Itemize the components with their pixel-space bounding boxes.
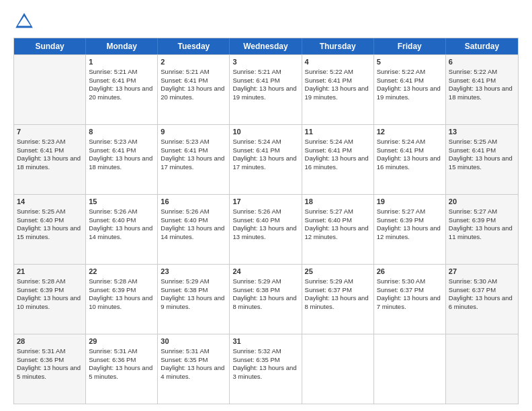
cal-cell: 6Sunrise: 5:22 AM Sunset: 6:41 PM Daylig… bbox=[446, 55, 518, 124]
cell-date: 3 bbox=[232, 57, 298, 67]
cal-cell: 9Sunrise: 5:23 AM Sunset: 6:41 PM Daylig… bbox=[158, 125, 230, 194]
cell-date: 18 bbox=[305, 197, 371, 207]
cell-date: 24 bbox=[232, 267, 298, 277]
week-row-4: 21Sunrise: 5:28 AM Sunset: 6:39 PM Dayli… bbox=[14, 264, 518, 334]
calendar-body: 1Sunrise: 5:21 AM Sunset: 6:41 PM Daylig… bbox=[14, 54, 518, 404]
logo-icon bbox=[13, 11, 35, 32]
cell-date: 29 bbox=[89, 336, 154, 347]
cal-cell: 4Sunrise: 5:22 AM Sunset: 6:41 PM Daylig… bbox=[302, 55, 374, 124]
day-header-wednesday: Wednesday bbox=[230, 38, 302, 54]
cell-info: Sunrise: 5:29 AM Sunset: 6:38 PM Dayligh… bbox=[232, 277, 296, 310]
cal-cell: 29Sunrise: 5:31 AM Sunset: 6:36 PM Dayli… bbox=[86, 334, 158, 404]
calendar: SundayMondayTuesdayWednesdayThursdayFrid… bbox=[13, 38, 519, 404]
cell-info: Sunrise: 5:31 AM Sunset: 6:36 PM Dayligh… bbox=[17, 347, 81, 380]
cell-info: Sunrise: 5:25 AM Sunset: 6:40 PM Dayligh… bbox=[17, 208, 81, 240]
cell-date: 27 bbox=[449, 267, 515, 277]
cell-date: 22 bbox=[89, 267, 154, 277]
cal-cell: 12Sunrise: 5:24 AM Sunset: 6:41 PM Dayli… bbox=[374, 125, 446, 194]
cal-cell: 16Sunrise: 5:26 AM Sunset: 6:40 PM Dayli… bbox=[158, 195, 230, 264]
cell-date: 17 bbox=[232, 197, 298, 207]
cell-info: Sunrise: 5:25 AM Sunset: 6:41 PM Dayligh… bbox=[449, 138, 513, 171]
week-row-2: 7Sunrise: 5:23 AM Sunset: 6:41 PM Daylig… bbox=[14, 124, 518, 194]
cal-cell: 23Sunrise: 5:29 AM Sunset: 6:38 PM Dayli… bbox=[158, 265, 230, 334]
cell-info: Sunrise: 5:29 AM Sunset: 6:38 PM Dayligh… bbox=[161, 277, 224, 310]
calendar-header: SundayMondayTuesdayWednesdayThursdayFrid… bbox=[14, 38, 518, 54]
cell-info: Sunrise: 5:31 AM Sunset: 6:35 PM Dayligh… bbox=[161, 347, 224, 380]
cell-date: 4 bbox=[305, 57, 371, 67]
cal-cell: 8Sunrise: 5:23 AM Sunset: 6:41 PM Daylig… bbox=[86, 125, 158, 194]
cell-info: Sunrise: 5:26 AM Sunset: 6:40 PM Dayligh… bbox=[89, 208, 152, 240]
logo bbox=[13, 11, 38, 32]
cell-info: Sunrise: 5:22 AM Sunset: 6:41 PM Dayligh… bbox=[377, 68, 441, 101]
cal-cell: 26Sunrise: 5:30 AM Sunset: 6:37 PM Dayli… bbox=[374, 265, 446, 334]
cell-info: Sunrise: 5:23 AM Sunset: 6:41 PM Dayligh… bbox=[161, 138, 224, 171]
cell-info: Sunrise: 5:21 AM Sunset: 6:41 PM Dayligh… bbox=[161, 68, 224, 101]
cell-info: Sunrise: 5:26 AM Sunset: 6:40 PM Dayligh… bbox=[232, 208, 296, 240]
cell-date: 1 bbox=[89, 57, 154, 67]
cal-cell: 27Sunrise: 5:30 AM Sunset: 6:37 PM Dayli… bbox=[446, 265, 518, 334]
day-header-saturday: Saturday bbox=[446, 38, 518, 54]
cell-date: 16 bbox=[161, 197, 226, 207]
cal-cell: 20Sunrise: 5:27 AM Sunset: 6:39 PM Dayli… bbox=[446, 195, 518, 264]
cell-date: 9 bbox=[161, 127, 226, 137]
cell-info: Sunrise: 5:21 AM Sunset: 6:41 PM Dayligh… bbox=[232, 68, 296, 101]
cal-cell: 24Sunrise: 5:29 AM Sunset: 6:38 PM Dayli… bbox=[230, 265, 302, 334]
cal-cell: 3Sunrise: 5:21 AM Sunset: 6:41 PM Daylig… bbox=[230, 55, 302, 124]
cell-info: Sunrise: 5:24 AM Sunset: 6:41 PM Dayligh… bbox=[305, 138, 369, 171]
cal-cell: 1Sunrise: 5:21 AM Sunset: 6:41 PM Daylig… bbox=[86, 55, 158, 124]
cell-date: 31 bbox=[232, 336, 298, 347]
cell-info: Sunrise: 5:23 AM Sunset: 6:41 PM Dayligh… bbox=[17, 138, 81, 171]
cal-cell: 14Sunrise: 5:25 AM Sunset: 6:40 PM Dayli… bbox=[14, 195, 86, 264]
cell-info: Sunrise: 5:32 AM Sunset: 6:35 PM Dayligh… bbox=[232, 347, 296, 380]
cal-cell bbox=[446, 334, 518, 404]
cell-date: 21 bbox=[17, 267, 83, 277]
cal-cell bbox=[14, 55, 86, 124]
cal-cell: 21Sunrise: 5:28 AM Sunset: 6:39 PM Dayli… bbox=[14, 265, 86, 334]
cal-cell: 11Sunrise: 5:24 AM Sunset: 6:41 PM Dayli… bbox=[302, 125, 374, 194]
week-row-5: 28Sunrise: 5:31 AM Sunset: 6:36 PM Dayli… bbox=[14, 334, 518, 404]
cell-date: 10 bbox=[232, 127, 298, 137]
cell-date: 6 bbox=[449, 57, 515, 67]
cell-info: Sunrise: 5:30 AM Sunset: 6:37 PM Dayligh… bbox=[449, 277, 513, 310]
cal-cell: 17Sunrise: 5:26 AM Sunset: 6:40 PM Dayli… bbox=[230, 195, 302, 264]
cell-date: 14 bbox=[17, 197, 83, 207]
cell-info: Sunrise: 5:27 AM Sunset: 6:39 PM Dayligh… bbox=[449, 208, 513, 240]
day-header-thursday: Thursday bbox=[302, 38, 374, 54]
day-header-friday: Friday bbox=[374, 38, 446, 54]
cell-date: 2 bbox=[161, 57, 226, 67]
day-header-tuesday: Tuesday bbox=[158, 38, 230, 54]
cal-cell: 25Sunrise: 5:29 AM Sunset: 6:37 PM Dayli… bbox=[302, 265, 374, 334]
day-header-sunday: Sunday bbox=[14, 38, 86, 54]
cell-info: Sunrise: 5:27 AM Sunset: 6:39 PM Dayligh… bbox=[377, 208, 441, 240]
cal-cell: 7Sunrise: 5:23 AM Sunset: 6:41 PM Daylig… bbox=[14, 125, 86, 194]
cal-cell bbox=[302, 334, 374, 404]
cell-date: 15 bbox=[89, 197, 154, 207]
cell-date: 28 bbox=[17, 336, 83, 347]
cell-info: Sunrise: 5:21 AM Sunset: 6:41 PM Dayligh… bbox=[89, 68, 152, 101]
week-row-1: 1Sunrise: 5:21 AM Sunset: 6:41 PM Daylig… bbox=[14, 54, 518, 124]
cell-info: Sunrise: 5:23 AM Sunset: 6:41 PM Dayligh… bbox=[89, 138, 152, 171]
cal-cell: 28Sunrise: 5:31 AM Sunset: 6:36 PM Dayli… bbox=[14, 334, 86, 404]
header bbox=[13, 11, 519, 32]
cal-cell: 19Sunrise: 5:27 AM Sunset: 6:39 PM Dayli… bbox=[374, 195, 446, 264]
cell-date: 30 bbox=[161, 336, 226, 347]
cell-date: 20 bbox=[449, 197, 515, 207]
cell-date: 26 bbox=[377, 267, 443, 277]
cell-info: Sunrise: 5:26 AM Sunset: 6:40 PM Dayligh… bbox=[161, 208, 224, 240]
cell-date: 7 bbox=[17, 127, 83, 137]
cal-cell: 30Sunrise: 5:31 AM Sunset: 6:35 PM Dayli… bbox=[158, 334, 230, 404]
cell-date: 25 bbox=[305, 267, 371, 277]
cell-date: 23 bbox=[161, 267, 226, 277]
cell-info: Sunrise: 5:28 AM Sunset: 6:39 PM Dayligh… bbox=[17, 277, 81, 310]
week-row-3: 14Sunrise: 5:25 AM Sunset: 6:40 PM Dayli… bbox=[14, 194, 518, 264]
cell-info: Sunrise: 5:24 AM Sunset: 6:41 PM Dayligh… bbox=[232, 138, 296, 171]
cal-cell: 13Sunrise: 5:25 AM Sunset: 6:41 PM Dayli… bbox=[446, 125, 518, 194]
cell-date: 13 bbox=[449, 127, 515, 137]
cell-info: Sunrise: 5:22 AM Sunset: 6:41 PM Dayligh… bbox=[449, 68, 513, 101]
cal-cell: 18Sunrise: 5:27 AM Sunset: 6:40 PM Dayli… bbox=[302, 195, 374, 264]
page: SundayMondayTuesdayWednesdayThursdayFrid… bbox=[0, 0, 532, 411]
cal-cell: 10Sunrise: 5:24 AM Sunset: 6:41 PM Dayli… bbox=[230, 125, 302, 194]
cell-date: 12 bbox=[377, 127, 443, 137]
cal-cell: 15Sunrise: 5:26 AM Sunset: 6:40 PM Dayli… bbox=[86, 195, 158, 264]
cell-date: 8 bbox=[89, 127, 154, 137]
